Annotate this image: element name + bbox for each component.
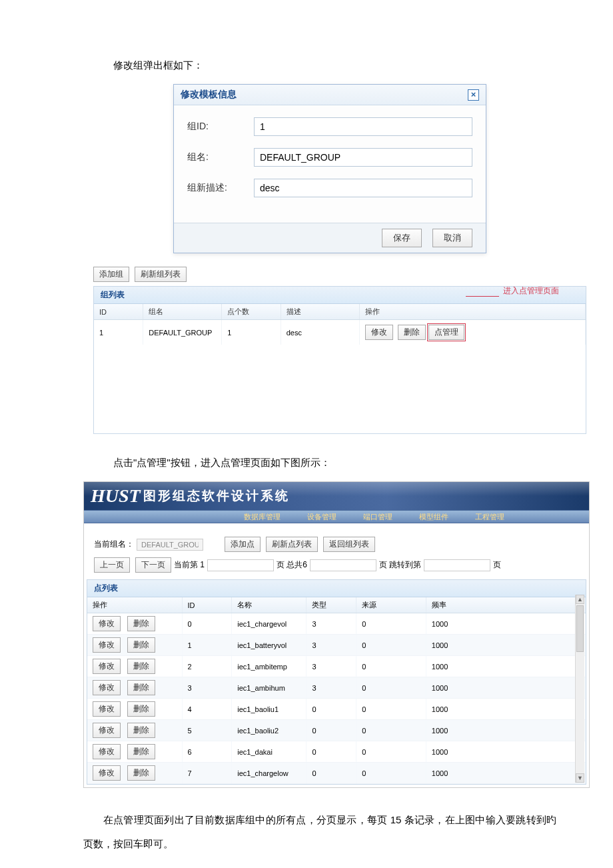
col-count: 点个数	[222, 304, 281, 320]
row-delete-button[interactable]: 删除	[127, 659, 155, 674]
refresh-groups-button[interactable]: 刷新组列表	[135, 267, 187, 282]
table-row: 1 DEFAULT_GROUP 1 desc 修改 删除 点管理	[94, 320, 586, 345]
back-groups-button[interactable]: 返回组列表	[323, 537, 375, 552]
menu-device[interactable]: 设备管理	[307, 512, 336, 522]
doc-para-1: 修改组弹出框如下：	[27, 53, 586, 77]
close-icon[interactable]: ×	[468, 89, 479, 101]
cell-src: 0	[356, 635, 426, 656]
group-grid-title: 组列表 进入点管理页面	[94, 287, 586, 304]
refresh-points-button[interactable]: 刷新点列表	[266, 537, 318, 552]
pcol-type: 类型	[306, 597, 356, 613]
point-manage-app: HUST 图形组态软件设计系统 数据库管理 设备管理 端口管理 模型组件 工程管…	[83, 481, 590, 788]
group-table: ID 组名 点个数 描述 操作	[94, 304, 586, 320]
add-group-button[interactable]: 添加组	[93, 267, 129, 282]
cell-type: 3	[306, 635, 356, 656]
input-group-name[interactable]	[254, 148, 472, 167]
cell-src: 0	[356, 720, 426, 741]
col-name: 组名	[143, 304, 222, 320]
row-edit-button[interactable]: 修改	[93, 723, 121, 738]
input-group-id[interactable]	[254, 117, 472, 136]
cell-type: 0	[306, 741, 356, 763]
prev-page-button[interactable]: 上一页	[94, 557, 130, 573]
point-grid-title: 点列表	[87, 580, 586, 597]
cell-name: DEFAULT_GROUP	[143, 320, 222, 345]
cell-name: iec1_chargevol	[232, 613, 306, 635]
pcol-id: ID	[182, 597, 232, 613]
row-edit-button[interactable]: 修改	[365, 325, 393, 340]
point-grid-title-text: 点列表	[94, 583, 118, 593]
doc-para-4: 点管理页面可完毕点旳添加，修改，和删除，点旳添加流程如下所示：	[27, 863, 586, 868]
row-delete-button[interactable]: 删除	[127, 765, 155, 781]
menu-port[interactable]: 端口管理	[363, 512, 392, 522]
cell-type: 3	[306, 613, 356, 635]
cell-id: 4	[182, 699, 232, 720]
row-delete-button[interactable]: 删除	[398, 325, 426, 340]
row-delete-button[interactable]: 删除	[127, 680, 155, 695]
row-edit-button[interactable]: 修改	[93, 744, 121, 759]
col-id: ID	[94, 304, 143, 320]
cell-src: 0	[356, 613, 426, 635]
table-row: 修改删除7iec1_chargelow001000	[87, 763, 586, 784]
dialog-title: 修改模板信息	[181, 89, 237, 101]
pcol-freq: 频率	[426, 597, 585, 613]
current-group-label: 当前组名：	[94, 539, 134, 550]
menu-model[interactable]: 模型组件	[419, 512, 448, 522]
cell-id: 1	[182, 635, 232, 656]
cell-name: iec1_baoliu2	[232, 720, 306, 741]
scroll-up-icon[interactable]: ▲	[576, 595, 584, 604]
page-total-label: 页 总共6	[277, 559, 307, 571]
row-edit-button[interactable]: 修改	[93, 616, 121, 631]
menu-db[interactable]: 数据库管理	[244, 512, 281, 522]
group-list-panel: 添加组 刷新组列表 组列表 进入点管理页面 ID 组名 点个数 描述 操作	[93, 267, 586, 434]
cancel-button[interactable]: 取消	[432, 229, 472, 247]
row-delete-button[interactable]: 删除	[127, 744, 155, 759]
menu-project[interactable]: 工程管理	[475, 512, 504, 522]
cell-src: 0	[356, 741, 426, 763]
pcol-src: 来源	[356, 597, 426, 613]
table-row: 修改删除6iec1_dakai001000	[87, 741, 586, 763]
table-row: 修改删除4iec1_baoliu1001000	[87, 699, 586, 720]
row-delete-button[interactable]: 删除	[127, 637, 155, 653]
scroll-down-icon[interactable]: ▼	[576, 773, 584, 783]
row-point-manage-button[interactable]: 点管理	[428, 325, 464, 340]
next-page-button[interactable]: 下一页	[135, 557, 171, 573]
cell-freq: 1000	[426, 635, 585, 656]
scrollbar[interactable]: ▲ ▼	[575, 595, 584, 783]
row-delete-button[interactable]: 删除	[127, 616, 155, 631]
cell-type: 0	[306, 720, 356, 741]
cell-desc: desc	[281, 320, 359, 345]
cell-src: 0	[356, 699, 426, 720]
row-edit-button[interactable]: 修改	[93, 659, 121, 674]
page-unit-end: 页	[493, 559, 501, 571]
row-edit-button[interactable]: 修改	[93, 765, 121, 781]
cell-type: 3	[306, 677, 356, 699]
jump-page-input[interactable]	[424, 559, 490, 571]
cell-freq: 1000	[426, 763, 585, 784]
col-desc: 描述	[281, 304, 359, 320]
row-edit-button[interactable]: 修改	[93, 680, 121, 695]
input-group-desc[interactable]	[254, 179, 472, 197]
group-grid-title-text: 组列表	[101, 290, 125, 299]
total-page-input[interactable]	[310, 559, 376, 571]
cell-count: 1	[222, 320, 281, 345]
add-point-button[interactable]: 添加点	[225, 537, 261, 552]
cell-freq: 1000	[426, 613, 585, 635]
current-page-input[interactable]	[207, 559, 274, 571]
col-op: 操作	[359, 304, 585, 320]
dialog-edit-group: 修改模板信息 × 组ID: 组名: 组新描述: 保存 取消	[173, 84, 586, 253]
row-delete-button[interactable]: 删除	[127, 701, 155, 717]
label-group-desc: 组新描述:	[187, 182, 254, 194]
row-delete-button[interactable]: 删除	[127, 723, 155, 738]
cell-freq: 1000	[426, 656, 585, 677]
app-banner: HUST 图形组态软件设计系统	[84, 482, 589, 510]
row-edit-button[interactable]: 修改	[93, 701, 121, 717]
cell-src: 0	[356, 763, 426, 784]
banner-brand: HUST	[91, 485, 141, 507]
cell-id: 5	[182, 720, 232, 741]
scroll-thumb[interactable]	[576, 605, 584, 652]
label-group-name: 组名:	[187, 151, 254, 163]
cell-id: 6	[182, 741, 232, 763]
row-edit-button[interactable]: 修改	[93, 637, 121, 653]
dialog-header: 修改模板信息 ×	[174, 85, 486, 105]
save-button[interactable]: 保存	[382, 229, 422, 247]
